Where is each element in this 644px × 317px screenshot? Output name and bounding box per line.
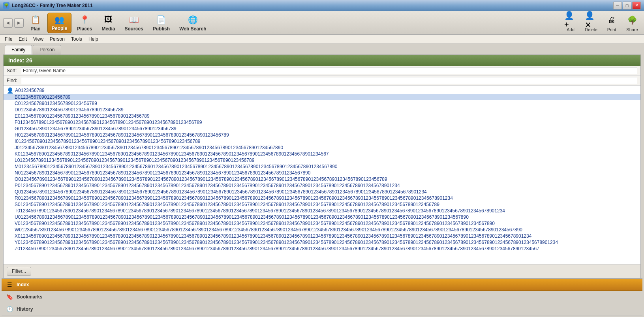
publish-icon: 📄: [155, 14, 167, 25]
list-item[interactable]: Z012345678901234567890123456789012345678…: [4, 246, 640, 252]
list-item[interactable]: T012345678901234567890123456789012345678…: [4, 208, 640, 214]
list-item[interactable]: W012345678901234567890123456789012345678…: [4, 227, 640, 233]
bottom-panel-index[interactable]: ☰ Index: [2, 279, 642, 291]
list-item[interactable]: H012345678901234567890123456789012345678…: [4, 132, 640, 138]
toolbar-sources[interactable]: 📖 Sources: [120, 13, 147, 33]
person-name: A0123456789: [15, 88, 45, 93]
toolbar-plan[interactable]: 📋 Plan: [25, 13, 46, 33]
menu-person[interactable]: Person: [47, 36, 68, 43]
share-button[interactable]: 🌳 Share: [623, 12, 641, 34]
places-icon: 📍: [78, 14, 91, 25]
bottom-panels: ☰ Index 🔖 Bookmarks 🕐 History: [2, 278, 642, 315]
list-item[interactable]: N012345678901234567890123456789012345678…: [4, 170, 640, 176]
list-item[interactable]: J012345678901234567890123456789012345678…: [4, 144, 640, 151]
title-bar-left: 🌳 Long26CC - Family Tree Maker 2011: [3, 2, 93, 9]
person-icon: 👤: [7, 87, 13, 94]
filter-area: Filter...: [4, 264, 640, 278]
print-label: Print: [607, 27, 616, 32]
list-item[interactable]: G012345678901234567890123456789012345678…: [4, 126, 640, 132]
people-icon: 👥: [53, 15, 66, 25]
main-toolbar: ◀ ▶ 📋 Plan 👥 People 📍 Places 🖼 Media 📖 S…: [0, 11, 644, 35]
toolbar-sources-label: Sources: [124, 26, 143, 32]
list-item[interactable]: S012345678901234567890123456789012345678…: [4, 201, 640, 208]
filter-button[interactable]: Filter...: [7, 267, 31, 276]
websearch-icon: 🌐: [186, 14, 199, 25]
delete-button[interactable]: 👤✕ Delete: [582, 12, 600, 34]
toolbar-places[interactable]: 📍 Places: [73, 13, 96, 33]
add-label: Add: [567, 27, 575, 32]
nav-back-button[interactable]: ◀: [3, 18, 13, 28]
history-panel-label: History: [17, 306, 33, 312]
find-input[interactable]: [21, 77, 637, 84]
sources-icon: 📖: [128, 14, 140, 25]
toolbar-people-label: People: [52, 26, 67, 31]
minimize-button[interactable]: ─: [613, 2, 622, 9]
add-icon: 👤+: [564, 14, 577, 26]
toolbar-media[interactable]: 🖼 Media: [98, 13, 119, 33]
list-item[interactable]: V012345678901234567890123456789012345678…: [4, 220, 640, 227]
list-item[interactable]: 👤 A0123456789: [4, 87, 640, 94]
list-item[interactable]: L012345678901234567890123456789012345678…: [4, 157, 640, 163]
list-item[interactable]: C012345678901234567890123456789: [4, 100, 640, 107]
toolbar-people[interactable]: 👥 People: [47, 13, 71, 33]
list-item[interactable]: E012345678901234567890123456789012345678…: [4, 113, 640, 119]
list-item[interactable]: I012345678901234567890123456789012345678…: [4, 138, 640, 144]
maximize-button[interactable]: □: [623, 2, 631, 9]
delete-icon: 👤✕: [585, 14, 597, 26]
index-panel-icon: ☰: [6, 281, 13, 289]
toolbar-websearch[interactable]: 🌐 Web Search: [175, 13, 210, 33]
toolbar-plan-label: Plan: [30, 26, 40, 32]
sort-row: Sort: Family, Given Name: [4, 66, 640, 76]
index-title: Index: 26: [8, 57, 32, 64]
toolbar-media-label: Media: [101, 26, 115, 32]
person-list: 👤 A0123456789 B01234567890123456789 C012…: [4, 86, 640, 264]
tab-person[interactable]: Person: [33, 45, 61, 54]
title-bar-controls: ─ □ ✕: [613, 2, 641, 9]
menu-help[interactable]: Help: [85, 36, 101, 43]
bookmarks-panel-label: Bookmarks: [17, 294, 42, 300]
bottom-panel-bookmarks[interactable]: 🔖 Bookmarks: [2, 291, 642, 303]
share-icon: 🌳: [626, 14, 638, 26]
menu-edit[interactable]: Edit: [15, 36, 30, 43]
sort-label: Sort:: [7, 68, 21, 73]
list-item[interactable]: Q012345678901234567890123456789012345678…: [4, 189, 640, 195]
list-item[interactable]: P012345678901234567890123456789012345678…: [4, 182, 640, 189]
menu-tools[interactable]: Tools: [68, 36, 85, 43]
toolbar-publish-label: Publish: [153, 26, 170, 32]
sort-value[interactable]: Family, Given Name: [21, 67, 637, 74]
nav-forward-button[interactable]: ▶: [14, 18, 24, 28]
share-label: Share: [626, 27, 638, 32]
toolbar-places-label: Places: [77, 26, 92, 32]
content-area: Family Person Index: 26 Sort: Family, Gi…: [0, 43, 644, 317]
bookmarks-panel-icon: 🔖: [6, 293, 13, 301]
media-icon: 🖼: [102, 14, 115, 25]
print-icon: 🖨: [605, 14, 618, 26]
main-content: Index: 26 Sort: Family, Given Name Find:…: [3, 54, 641, 278]
tab-family[interactable]: Family: [5, 45, 32, 54]
right-toolbar: 👤+ Add 👤✕ Delete 🖨 Print 🌳 Share: [562, 12, 641, 34]
index-panel-label: Index: [17, 282, 29, 287]
plan-icon: 📋: [29, 14, 42, 25]
sort-find-area: Sort: Family, Given Name Find:: [4, 66, 640, 86]
list-item[interactable]: D012345678901234567890123456789012345678…: [4, 107, 640, 113]
list-item[interactable]: U012345678901234567890123456789012345678…: [4, 214, 640, 220]
menu-bar: File Edit View Person Tools Help: [0, 35, 644, 43]
menu-view[interactable]: View: [30, 36, 47, 43]
list-item[interactable]: Y012345678901234567890123456789012345678…: [4, 239, 640, 246]
list-item[interactable]: R012345678901234567890123456789012345678…: [4, 195, 640, 201]
list-item[interactable]: F012345678901234567890123456789012345678…: [4, 119, 640, 126]
print-button[interactable]: 🖨 Print: [603, 12, 620, 34]
list-item[interactable]: X012345678901234567890123456789012345678…: [4, 233, 640, 239]
list-item[interactable]: M012345678901234567890123456789012345678…: [4, 163, 640, 170]
list-item[interactable]: B01234567890123456789: [4, 94, 640, 100]
bottom-panel-history[interactable]: 🕐 History: [2, 303, 642, 315]
find-label: Find:: [7, 78, 21, 83]
list-item[interactable]: O012345678901234567890123456789012345678…: [4, 176, 640, 182]
menu-file[interactable]: File: [2, 36, 15, 43]
tabs-bar: Family Person: [2, 43, 642, 54]
close-button[interactable]: ✕: [632, 2, 641, 9]
toolbar-publish[interactable]: 📄 Publish: [149, 13, 174, 33]
list-item[interactable]: K012345678901234567890123456789012345678…: [4, 151, 640, 157]
add-button[interactable]: 👤+ Add: [562, 12, 579, 34]
delete-label: Delete: [585, 27, 597, 32]
